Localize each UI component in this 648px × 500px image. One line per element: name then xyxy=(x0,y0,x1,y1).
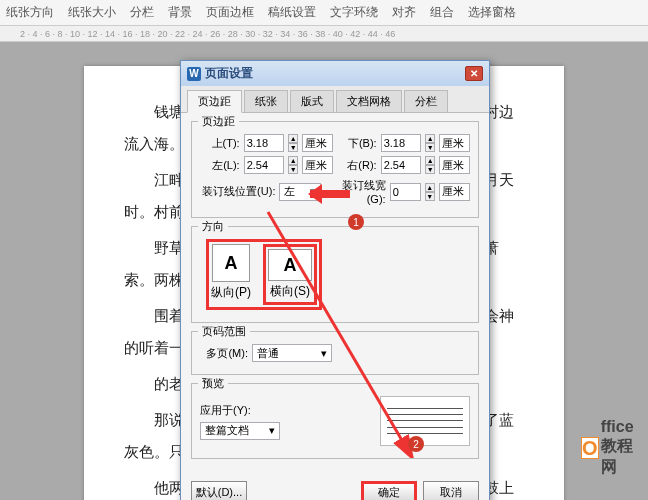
gutterw-input[interactable]: 0 xyxy=(390,183,421,201)
ribbon-item[interactable]: 选择窗格 xyxy=(468,4,516,21)
ribbon-item[interactable]: 组合 xyxy=(430,4,454,21)
spinner[interactable]: ▲▼ xyxy=(425,134,435,152)
tab-layout[interactable]: 版式 xyxy=(290,90,334,112)
preview-legend: 预览 xyxy=(198,376,228,391)
left-unit[interactable]: 厘米 xyxy=(302,156,333,174)
tab-grid[interactable]: 文档网格 xyxy=(336,90,402,112)
dialog-tabs: 页边距 纸张 版式 文档网格 分栏 xyxy=(181,86,489,113)
close-icon[interactable]: ✕ xyxy=(465,66,483,81)
spinner[interactable]: ▲▼ xyxy=(288,134,298,152)
margin-legend: 页边距 xyxy=(198,114,239,129)
dialog-titlebar[interactable]: W页面设置 ✕ xyxy=(181,61,489,86)
page-setup-dialog: W页面设置 ✕ 页边距 纸张 版式 文档网格 分栏 页边距 上(T): 3.18… xyxy=(180,60,490,500)
ribbon-item[interactable]: 页面边框 xyxy=(206,4,254,21)
apply-select[interactable]: 整篇文档▾ xyxy=(200,422,280,440)
portrait-icon: A xyxy=(212,244,250,282)
right-input[interactable]: 2.54 xyxy=(381,156,422,174)
left-input[interactable]: 2.54 xyxy=(244,156,285,174)
watermark-icon: O xyxy=(581,437,599,459)
orientation-group: 方向 A 纵向(P) A 横向(S) xyxy=(191,226,479,323)
landscape-button[interactable]: A 横向(S) xyxy=(268,249,312,300)
default-button[interactable]: 默认(D)... xyxy=(191,481,247,500)
orientation-highlight: A 纵向(P) A 横向(S) xyxy=(206,239,322,310)
multi-select[interactable]: 普通▾ xyxy=(252,344,332,362)
cancel-button[interactable]: 取消 xyxy=(423,481,479,500)
landscape-label: 横向(S) xyxy=(270,283,310,300)
landscape-icon: A xyxy=(268,249,312,281)
tab-columns[interactable]: 分栏 xyxy=(404,90,448,112)
watermark-text: ffice教程网 xyxy=(601,418,638,478)
gutter-label: 装订线位置(U): xyxy=(200,184,275,199)
top-unit[interactable]: 厘米 xyxy=(302,134,333,152)
left-label: 左(L): xyxy=(200,158,240,173)
spinner[interactable]: ▲▼ xyxy=(425,156,435,174)
top-input[interactable]: 3.18 xyxy=(244,134,285,152)
callout-1: 1 xyxy=(348,214,364,230)
ribbon-item[interactable]: 对齐 xyxy=(392,4,416,21)
dialog-body: 页边距 上(T): 3.18 ▲▼ 厘米 下(B): 3.18 ▲▼ 厘米 左(… xyxy=(181,113,489,475)
tab-margin[interactable]: 页边距 xyxy=(187,90,242,113)
range-group: 页码范围 多页(M): 普通▾ xyxy=(191,331,479,375)
chevron-down-icon: ▾ xyxy=(269,424,275,437)
right-unit[interactable]: 厘米 xyxy=(439,156,470,174)
ok-button[interactable]: 确定 xyxy=(361,481,417,500)
app-icon: W xyxy=(187,67,201,81)
landscape-highlight: A 横向(S) xyxy=(263,244,317,305)
ribbon-toolbar: 纸张方向 纸张大小 分栏 背景 页面边框 稿纸设置 文字环绕 对齐 组合 选择窗… xyxy=(0,0,648,26)
orient-legend: 方向 xyxy=(198,219,228,234)
top-label: 上(T): xyxy=(200,136,240,151)
ruler: 2 · 4 · 6 · 8 · 10 · 12 · 14 · 16 · 18 ·… xyxy=(0,26,648,42)
apply-label: 应用于(Y): xyxy=(200,403,260,418)
ribbon-item[interactable]: 稿纸设置 xyxy=(268,4,316,21)
preview-group: 预览 应用于(Y): 整篇文档▾ xyxy=(191,383,479,459)
dialog-button-row: 默认(D)... 确定 取消 xyxy=(181,475,489,500)
tab-paper[interactable]: 纸张 xyxy=(244,90,288,112)
spinner[interactable]: ▲▼ xyxy=(288,156,298,174)
gutterw-unit[interactable]: 厘米 xyxy=(439,183,470,201)
bottom-input[interactable]: 3.18 xyxy=(381,134,422,152)
dialog-title: 页面设置 xyxy=(205,66,253,80)
callout-2: 2 xyxy=(408,436,424,452)
spinner[interactable]: ▲▼ xyxy=(425,183,435,201)
portrait-button[interactable]: A 纵向(P) xyxy=(211,244,251,305)
ribbon-item[interactable]: 背景 xyxy=(168,4,192,21)
range-legend: 页码范围 xyxy=(198,324,250,339)
ribbon-item[interactable]: 分栏 xyxy=(130,4,154,21)
annotation-arrow-1 xyxy=(310,190,360,210)
ribbon-item[interactable]: 纸张大小 xyxy=(68,4,116,21)
portrait-label: 纵向(P) xyxy=(211,284,251,301)
multi-label: 多页(M): xyxy=(200,346,248,361)
bottom-unit[interactable]: 厘米 xyxy=(439,134,470,152)
bottom-label: 下(B): xyxy=(337,136,377,151)
right-label: 右(R): xyxy=(337,158,377,173)
preview-thumbnail xyxy=(380,396,470,446)
ribbon-item[interactable]: 纸张方向 xyxy=(6,4,54,21)
chevron-down-icon: ▾ xyxy=(321,347,327,360)
ribbon-item[interactable]: 文字环绕 xyxy=(330,4,378,21)
